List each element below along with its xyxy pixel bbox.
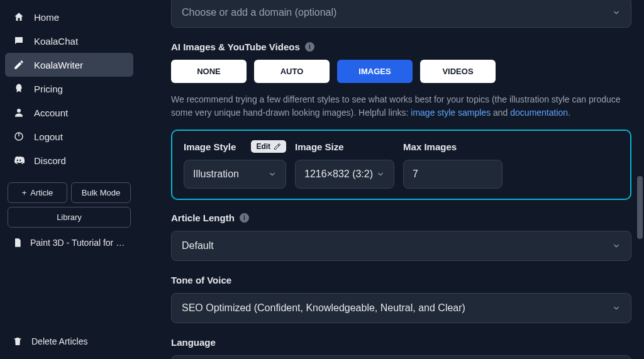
- plus-icon: +: [22, 188, 27, 197]
- toggle-videos[interactable]: VIDEOS: [420, 60, 496, 83]
- article-length-label: Article Length i: [171, 213, 631, 223]
- chevron-down-icon: [612, 8, 621, 17]
- max-images-field: Max Images 7: [403, 140, 502, 189]
- domain-dropdown[interactable]: Choose or add a domain (optional): [171, 0, 631, 28]
- language-dropdown[interactable]: English (US): [171, 355, 631, 359]
- edit-style-button[interactable]: Edit: [251, 140, 286, 153]
- info-icon[interactable]: i: [305, 42, 314, 52]
- button-label: Library: [57, 213, 82, 222]
- power-icon: [13, 130, 25, 143]
- media-toggle-group: NONE AUTO IMAGES VIDEOS: [171, 60, 631, 83]
- help-dot: .: [568, 108, 570, 118]
- rocket-icon: [13, 82, 25, 95]
- select-value: Default: [182, 240, 214, 251]
- home-icon: [13, 11, 25, 23]
- library-button[interactable]: Library: [8, 207, 131, 228]
- user-icon: [13, 106, 25, 119]
- toggle-auto[interactable]: AUTO: [254, 60, 330, 83]
- chevron-down-icon: [376, 170, 385, 179]
- chevron-down-icon: [612, 241, 621, 250]
- toggle-none[interactable]: NONE: [171, 60, 247, 83]
- sidebar: Home KoalaChat KoalaWriter Pricing Accou…: [0, 0, 138, 359]
- language-label: Language: [171, 337, 631, 348]
- label-text: Tone of Voice: [171, 275, 231, 285]
- label-text: Language: [171, 337, 216, 348]
- sidebar-item-home[interactable]: Home: [5, 5, 133, 29]
- select-value: 1216×832 (3:2): [304, 168, 373, 180]
- sidebar-item-label: Pricing: [34, 84, 63, 94]
- image-style-samples-link[interactable]: image style samples: [411, 108, 491, 118]
- select-value: SEO Optimized (Confident, Knowledgeable,…: [182, 302, 465, 314]
- tone-label: Tone of Voice: [171, 275, 631, 285]
- button-label: Delete Articles: [31, 336, 87, 346]
- max-images-input[interactable]: 7: [403, 160, 502, 189]
- discord-icon: [13, 154, 25, 167]
- document-icon: [13, 238, 23, 248]
- sidebar-item-logout[interactable]: Logout: [5, 124, 133, 148]
- sidebar-item-koalachat[interactable]: KoalaChat: [5, 29, 133, 53]
- sidebar-item-label: Logout: [34, 131, 63, 142]
- button-label: Bulk Mode: [82, 188, 120, 197]
- chevron-down-icon: [612, 304, 621, 312]
- chevron-down-icon: [268, 170, 277, 179]
- label-text: Article Length: [171, 213, 235, 223]
- sidebar-item-pricing[interactable]: Pricing: [5, 77, 133, 101]
- help-sep: and: [491, 108, 510, 118]
- recent-document[interactable]: Paint 3D - Tutorial for Be...: [5, 231, 133, 254]
- sidebar-item-label: KoalaChat: [34, 36, 78, 47]
- image-style-select[interactable]: Illustration: [184, 160, 286, 189]
- sidebar-item-account[interactable]: Account: [5, 101, 133, 124]
- toggle-images[interactable]: IMAGES: [337, 60, 413, 83]
- sidebar-item-label: Home: [34, 12, 59, 23]
- pencil-icon: [274, 143, 281, 150]
- new-article-button[interactable]: + Article: [8, 182, 67, 203]
- select-value: Illustration: [193, 168, 239, 180]
- image-style-field: Image Style Edit Illustration: [184, 140, 286, 189]
- trash-icon: [13, 336, 23, 346]
- media-section-label: AI Images & YouTube Videos i: [171, 41, 631, 52]
- placeholder-text: Choose or add a domain (optional): [182, 7, 336, 18]
- tone-dropdown[interactable]: SEO Optimized (Confident, Knowledgeable,…: [171, 293, 631, 323]
- documentation-link[interactable]: documentation: [510, 108, 568, 118]
- info-icon[interactable]: i: [240, 213, 249, 223]
- sidebar-item-koalawriter[interactable]: KoalaWriter: [5, 53, 133, 77]
- image-options-box: Image Style Edit Illustration Image Size…: [171, 130, 631, 200]
- help-text: We recommend trying a few different styl…: [171, 93, 631, 119]
- button-label: Article: [30, 188, 53, 197]
- scrollbar-thumb[interactable]: [637, 176, 643, 239]
- sidebar-item-label: KoalaWriter: [34, 60, 83, 70]
- svg-point-0: [17, 109, 21, 113]
- edit-label: Edit: [256, 142, 270, 151]
- document-title: Paint 3D - Tutorial for Be...: [30, 238, 126, 248]
- sidebar-item-discord[interactable]: Discord: [5, 148, 133, 172]
- image-size-field: Image Size 1216×832 (3:2): [295, 140, 394, 189]
- label-text: AI Images & YouTube Videos: [171, 41, 300, 52]
- field-label: Image Size: [295, 141, 344, 152]
- article-length-dropdown[interactable]: Default: [171, 231, 631, 261]
- edit-icon: [13, 58, 25, 71]
- delete-articles-button[interactable]: Delete Articles: [5, 329, 133, 354]
- bulk-mode-button[interactable]: Bulk Mode: [71, 182, 131, 203]
- main-content: Choose or add a domain (optional) AI Ima…: [138, 0, 644, 359]
- image-size-select[interactable]: 1216×832 (3:2): [295, 160, 394, 189]
- field-label: Image Style: [184, 141, 236, 152]
- chat-icon: [13, 35, 25, 47]
- sidebar-item-label: Account: [34, 108, 68, 118]
- sidebar-item-label: Discord: [34, 155, 66, 166]
- field-label: Max Images: [403, 141, 457, 152]
